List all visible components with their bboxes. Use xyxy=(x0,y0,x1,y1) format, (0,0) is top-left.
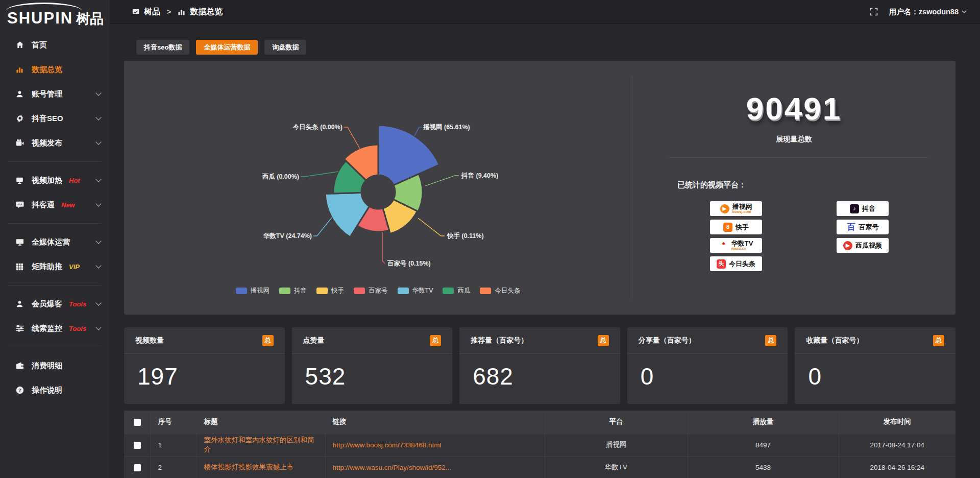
data-tabs: 抖音seo数据全媒体运营数据询盘数据 xyxy=(136,40,955,55)
wallet-icon xyxy=(15,362,24,370)
fullscreen-icon[interactable] xyxy=(870,8,878,16)
pie-slice-播视网[interactable] xyxy=(378,125,439,185)
sidebar-item-3[interactable]: 抖音SEO xyxy=(0,106,110,131)
西瓜视频-logo-icon: ▶ xyxy=(843,241,852,250)
legend-swatch xyxy=(398,288,409,294)
抖音-logo-icon: ♪ xyxy=(850,204,859,213)
sidebar-item-7[interactable]: 抖客通 New xyxy=(0,193,110,217)
table-body: 1 室外水纹灯和室内水纹灯的区别和简介 http://www.boosj.com… xyxy=(124,434,955,478)
pie-label-line xyxy=(418,218,445,236)
row-checkbox[interactable] xyxy=(134,442,141,449)
legend-item-西瓜[interactable]: 西瓜 xyxy=(443,286,470,295)
tab-0[interactable]: 抖音seo数据 xyxy=(136,40,189,55)
nav-item-badge: VIP xyxy=(69,263,80,271)
row-checkbox[interactable] xyxy=(134,464,141,471)
breadcrumb-item[interactable]: 树品 xyxy=(144,7,160,17)
sidebar-item-label: 抖音SEO xyxy=(32,114,63,124)
legend-item-百家号[interactable]: 百家号 xyxy=(354,286,388,295)
stat-card-value: 682 xyxy=(459,354,620,390)
sidebar-item-4[interactable]: 视频发布 xyxy=(0,131,110,155)
sidebar-item-16[interactable]: ? 操作说明 xyxy=(0,378,110,402)
total-impressions-value: 90491 xyxy=(632,90,955,127)
pie-label: 播视网 (65.61%) xyxy=(423,124,470,131)
今日头条-logo-icon: 头 xyxy=(717,259,726,269)
plays-cell: 8497 xyxy=(688,434,839,456)
legend-item-播视网[interactable]: 播视网 xyxy=(236,286,270,295)
sidebar-nav: 首页 数据总览 账号管理 抖音SEO 视频发布 视频加热 Hot 抖客通 New xyxy=(0,33,110,402)
sidebar-item-2[interactable]: 账号管理 xyxy=(0,82,110,106)
platform-badges: ▶ 播视网boosj.com 8 快手 * 华数TVwasu.cn 头 今日头条… xyxy=(710,201,955,271)
legend-label: 今日头条 xyxy=(495,286,520,295)
total-badge[interactable]: 总 xyxy=(933,335,944,346)
chevron-down-icon xyxy=(95,90,101,95)
stat-card-header: 视频数量 总 xyxy=(124,327,285,354)
total-badge[interactable]: 总 xyxy=(598,335,609,346)
platforms-label: 已统计的视频平台： xyxy=(677,180,955,190)
legend-label: 播视网 xyxy=(251,286,270,295)
breadcrumb-item[interactable]: 数据总览 xyxy=(190,7,223,17)
column-header-4: 播放量 xyxy=(688,411,839,434)
summary-panel: 90491 展现量总数 已统计的视频平台： ▶ 播视网boosj.com 8 快… xyxy=(632,61,955,315)
title-cell[interactable]: 室外水纹灯和室内水纹灯的区别和简介 xyxy=(197,434,325,456)
pie-slice-华数TV[interactable] xyxy=(325,193,369,237)
sidebar-item-label: 消费明细 xyxy=(32,361,62,371)
stat-cards-row: 视频数量 总 197 点赞量 总 532 推荐量（百家号） 总 682 分享量（… xyxy=(124,327,955,404)
column-header-3: 平台 xyxy=(545,411,688,434)
table-header-row: 序号标题链接平台播放量发布时间 xyxy=(124,411,955,434)
user-icon xyxy=(15,90,24,99)
legend-item-快手[interactable]: 快手 xyxy=(316,286,344,295)
username-label: 用户名：zswodun88 xyxy=(889,7,959,17)
link-cell[interactable]: http://www.wasu.cn/Play/show/id/952... xyxy=(325,456,545,478)
table-row-0: 1 室外水纹灯和室内水纹灯的区别和简介 http://www.boosj.com… xyxy=(124,434,955,456)
tab-1[interactable]: 全媒体运营数据 xyxy=(196,40,258,55)
sidebar-item-13[interactable]: 线索监控 Tools xyxy=(0,316,110,341)
legend-item-今日头条[interactable]: 今日头条 xyxy=(480,286,520,295)
index-cell: 2 xyxy=(151,456,197,478)
total-badge[interactable]: 总 xyxy=(262,335,274,346)
sidebar-item-6[interactable]: 视频加热 Hot xyxy=(0,168,110,193)
user-menu[interactable]: 用户名：zswodun88 xyxy=(889,7,967,17)
platform-sub: wasu.cn xyxy=(731,247,747,251)
platform-name: 今日头条 xyxy=(729,260,755,268)
nav-item-badge: New xyxy=(61,201,75,209)
media-icon xyxy=(15,238,24,247)
sidebar-item-12[interactable]: 会员爆客 Tools xyxy=(0,292,110,316)
legend-label: 抖音 xyxy=(294,286,307,295)
pie-label-line xyxy=(382,232,385,264)
grid-icon xyxy=(15,262,24,271)
tab-2[interactable]: 询盘数据 xyxy=(264,40,306,55)
sidebar-item-label: 视频发布 xyxy=(32,138,62,148)
platform-badge-快手: 8 快手 xyxy=(710,220,762,234)
title-cell[interactable]: 楼体投影灯投影效果震撼上市 xyxy=(197,456,325,478)
legend-item-抖音[interactable]: 抖音 xyxy=(279,286,307,295)
legend-swatch xyxy=(443,288,454,294)
stat-card-2: 推荐量（百家号） 总 682 xyxy=(459,327,620,404)
sidebar-item-10[interactable]: 矩阵助推 VIP xyxy=(0,254,110,279)
select-all-checkbox[interactable] xyxy=(134,419,141,426)
total-badge[interactable]: 总 xyxy=(765,335,776,346)
chevron-down-icon xyxy=(95,238,101,244)
sidebar-divider xyxy=(8,347,102,347)
column-header-2: 链接 xyxy=(325,411,545,434)
breadcrumb: 树品> 数据总览 xyxy=(132,7,223,17)
logo-arc-decoration xyxy=(6,3,82,11)
topbar-right: 用户名：zswodun88 xyxy=(870,7,967,17)
pie-label-line xyxy=(425,176,459,186)
platform-share-chart: 播视网 (65.61%)抖音 (9.40%)快手 (0.11%)百家号 (0.1… xyxy=(124,61,632,315)
pie-label-line xyxy=(414,127,422,136)
app-logo[interactable]: SHUPIN树品 xyxy=(0,0,110,33)
platform-name: 抖音 xyxy=(862,205,875,212)
pie-label-line xyxy=(301,172,338,177)
link-cell[interactable]: http://www.boosj.com/7338468.html xyxy=(325,434,545,456)
sidebar-item-15[interactable]: 消费明细 xyxy=(0,353,110,378)
legend-item-华数TV[interactable]: 华数TV xyxy=(398,286,433,295)
sidebar-item-label: 首页 xyxy=(32,40,47,50)
sidebar-item-0[interactable]: 首页 xyxy=(0,33,110,57)
chevron-down-icon xyxy=(95,201,101,206)
total-impressions-label: 展现量总数 xyxy=(632,135,955,144)
stat-card-value: 0 xyxy=(627,354,788,390)
sidebar-item-9[interactable]: 全媒体运营 xyxy=(0,230,110,254)
sidebar-item-1[interactable]: 数据总览 xyxy=(0,57,110,82)
total-badge[interactable]: 总 xyxy=(430,335,441,346)
nav-item-badge: Tools xyxy=(69,325,86,332)
